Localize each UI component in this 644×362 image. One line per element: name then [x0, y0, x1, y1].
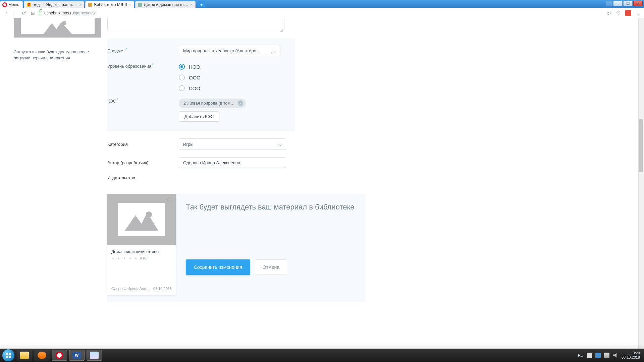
window-tool-icon[interactable]	[606, 1, 612, 6]
vertical-scrollbar[interactable]	[638, 18, 644, 349]
taskbar-shadow	[0, 345, 644, 349]
opera-menu-button[interactable]: Меню	[0, 1, 23, 8]
save-button[interactable]: Сохранить изменения	[186, 259, 250, 275]
system-tray: RU 3:20 08.10.2018	[578, 351, 642, 360]
page-viewport: Загрузка иконки будет доступна после заг…	[0, 18, 644, 349]
card-date: 08.10.2018	[153, 287, 172, 291]
close-icon[interactable]: ×	[129, 2, 131, 7]
level-ooo-radio[interactable]: ООО	[179, 74, 201, 80]
kes-chip-label: 2 Живая природа (в том чис…	[183, 101, 235, 106]
preview-panel: ♡ Домашние и дикие птицы. ★ ★ ★ ★ ★ 0 (0…	[107, 194, 366, 302]
tab-label: Дикая и домашняя птица	[144, 2, 189, 7]
page-favicon	[138, 3, 142, 7]
subject-value: Мир природы и человека (Адаптиро…	[183, 48, 261, 53]
menu-label: Меню	[8, 2, 19, 7]
taskbar-paint[interactable]	[87, 350, 102, 361]
subject-select[interactable]: Мир природы и человека (Адаптиро…	[179, 45, 280, 56]
heart-icon[interactable]: ♡	[615, 10, 621, 16]
send-icon[interactable]: ▷	[606, 10, 611, 16]
level-noo-radio[interactable]: НОО	[179, 64, 201, 70]
windows-taskbar: W RU 3:20 08.10.2018	[0, 349, 644, 362]
author-row: Автор (разработчик)	[107, 157, 295, 168]
download-icon[interactable]: ⭳	[635, 10, 641, 16]
icon-upload-placeholder[interactable]	[14, 18, 101, 38]
browser-navbar: 〈 〉 ⟳ ⊞ uchebnik.mos.ru/games/new ▷ ♡ ⭳	[0, 8, 644, 18]
svg-point-1	[62, 21, 66, 25]
card-rating: ★ ★ ★ ★ ★ 0 (0)	[111, 256, 172, 260]
tray-language[interactable]: RU	[578, 353, 583, 357]
resize-grip-icon[interactable]	[280, 29, 283, 32]
author-input[interactable]	[179, 157, 286, 168]
tab-birds[interactable]: Дикая и домашняя птица ×	[135, 1, 196, 8]
card-title: Домашние и дикие птицы.	[111, 249, 172, 254]
form-panel: Предмет Мир природы и человека (Адаптиро…	[107, 38, 295, 131]
forward-button[interactable]: 〉	[12, 10, 18, 16]
chevron-down-icon	[273, 50, 276, 53]
education-level-group: НОО ООО СОО	[179, 64, 201, 91]
kes-chip: 2 Живая природа (в том чис… ×	[179, 99, 246, 108]
tab-yandex[interactable]: Я эжд — Яндекс: нашлось ×	[24, 1, 84, 8]
tab-label: Библиотека МЭШ	[94, 2, 127, 7]
chip-remove-icon[interactable]: ×	[238, 100, 243, 106]
tray-network-icon[interactable]	[604, 353, 609, 358]
category-value: Игры	[183, 142, 194, 147]
close-window-button[interactable]: ✕	[633, 1, 643, 6]
back-button[interactable]: 〈	[3, 10, 9, 16]
card-author: Одерова Ирина Але…	[111, 287, 150, 291]
close-icon[interactable]: ×	[190, 2, 193, 7]
close-icon[interactable]: ×	[79, 2, 81, 7]
scroll-thumb[interactable]	[639, 119, 643, 172]
window-titlebar: Меню Я эжд — Яндекс: нашлось × Библиотек…	[0, 0, 644, 8]
favorite-icon[interactable]: ♡	[166, 197, 172, 203]
tray-time: 3:20	[622, 351, 640, 355]
svg-point-3	[146, 212, 152, 218]
category-label: Категория	[107, 142, 179, 147]
tray-clock[interactable]: 3:20 08.10.2018	[622, 351, 640, 360]
add-kes-button[interactable]: Добавить КЭС	[179, 111, 219, 122]
tray-date: 08.10.2018	[622, 355, 640, 360]
tab-mesh-library[interactable]: Библиотека МЭШ ×	[85, 1, 134, 8]
level-soo-radio[interactable]: СОО	[179, 85, 201, 91]
cancel-button[interactable]: Отмена	[255, 259, 287, 275]
maximize-button[interactable]: ❐	[623, 1, 633, 6]
subject-label: Предмет	[107, 48, 179, 53]
chevron-down-icon	[278, 143, 282, 146]
minimize-button[interactable]: —	[613, 1, 623, 6]
category-row: Категория Игры	[107, 138, 295, 150]
kes-label: КЭС	[107, 99, 179, 104]
tray-volume-icon[interactable]	[613, 353, 618, 358]
icon-upload-note: Загрузка иконки будет доступна после заг…	[14, 49, 98, 61]
description-textarea[interactable]	[107, 18, 284, 30]
taskbar-media-player[interactable]	[34, 350, 50, 361]
publisher-label: Издательство	[107, 175, 179, 180]
mesh-favicon	[88, 3, 92, 7]
taskbar-explorer[interactable]	[17, 350, 32, 361]
start-button[interactable]	[2, 349, 15, 362]
tray-action-center-icon[interactable]	[595, 353, 601, 358]
opera-icon	[2, 2, 7, 7]
tab-label: эжд — Яндекс: нашлось	[33, 2, 77, 7]
new-tab-button[interactable]: +	[198, 1, 205, 7]
card-thumbnail: ♡	[107, 194, 176, 245]
education-level-label: Уровень образования	[107, 64, 179, 69]
material-card[interactable]: ♡ Домашние и дикие птицы. ★ ★ ★ ★ ★ 0 (0…	[107, 194, 176, 295]
taskbar-word[interactable]: W	[69, 350, 85, 361]
preview-heading: Так будет выглядеть ваш материал в библи…	[186, 202, 366, 213]
tray-flag-icon[interactable]	[587, 353, 592, 358]
author-label: Автор (разработчик)	[107, 160, 179, 165]
address-bar[interactable]: uchebnik.mos.ru/games/new	[39, 11, 96, 15]
reload-button[interactable]: ⟳	[21, 10, 27, 16]
lock-icon	[39, 11, 42, 15]
svg-marker-0	[44, 22, 72, 34]
extension-icon[interactable]	[625, 10, 631, 16]
publisher-row: Издательство	[107, 175, 295, 180]
url-text: uchebnik.mos.ru/games/new	[44, 11, 96, 15]
svg-marker-2	[125, 213, 158, 231]
yandex-favicon: Я	[27, 3, 31, 7]
category-select[interactable]: Игры	[179, 138, 286, 150]
taskbar-opera[interactable]	[52, 350, 67, 361]
speed-dial-button[interactable]: ⊞	[30, 10, 36, 16]
